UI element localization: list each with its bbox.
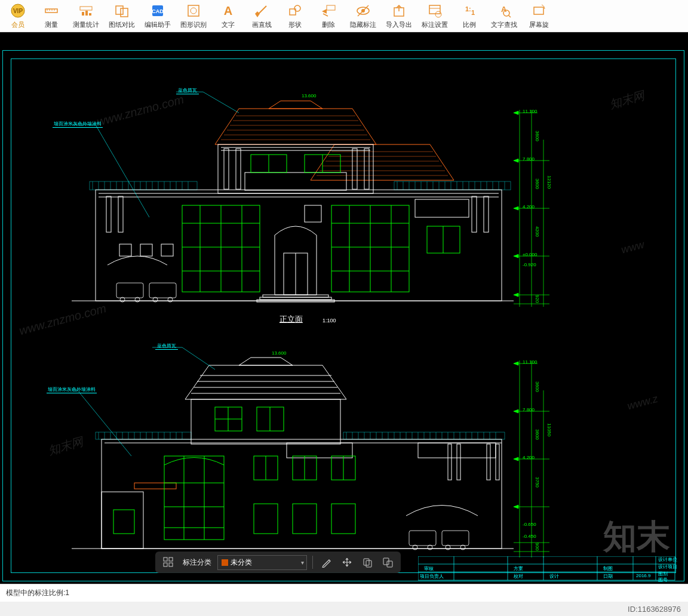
delete-button[interactable]: 删除 xyxy=(312,1,345,30)
edit-assist-button[interactable]: CAD 编辑助手 xyxy=(140,1,176,30)
svg-rect-107 xyxy=(119,244,131,256)
measure-stat-icon xyxy=(78,2,94,19)
svg-rect-98 xyxy=(484,196,489,232)
front-elevation-title: 正立面 xyxy=(280,314,303,325)
svg-rect-12 xyxy=(121,8,128,17)
svg-rect-234 xyxy=(113,510,134,534)
compare-icon xyxy=(113,2,130,19)
svg-rect-90 xyxy=(96,190,502,301)
main-toolbar: VIP 会员 测量 测量统计 图纸对比 CAD 编辑助手 图形识别 A xyxy=(0,0,688,32)
screen-rotate-icon xyxy=(530,2,547,19)
svg-text:VIP: VIP xyxy=(13,8,23,14)
edit-annotation-button[interactable] xyxy=(318,554,335,571)
import-export-button[interactable]: 导入导出 xyxy=(381,1,417,30)
tb-project: 设计项目 xyxy=(658,563,677,570)
category-select[interactable]: 未分类 xyxy=(217,555,307,570)
svg-rect-7 xyxy=(80,7,92,10)
tool-label: 比例 xyxy=(463,20,476,29)
svg-point-28 xyxy=(435,11,441,17)
dim: 12120 xyxy=(546,175,552,189)
shape-button[interactable]: 形状 xyxy=(278,1,312,30)
resource-id: ID:1163628976 xyxy=(628,605,681,614)
svg-marker-154 xyxy=(185,365,346,399)
separator xyxy=(312,556,313,569)
tb-draft: 制图 xyxy=(603,565,613,572)
scale-button[interactable]: 1:1 比例 xyxy=(453,1,486,30)
svg-rect-9 xyxy=(85,11,88,16)
text-button[interactable]: A 文字 xyxy=(211,1,245,30)
tb-design: 设计 xyxy=(549,573,559,580)
tool-label: 删除 xyxy=(322,20,335,29)
svg-line-243 xyxy=(78,390,131,456)
move-button[interactable] xyxy=(339,554,355,571)
svg-text:1:: 1: xyxy=(465,5,471,13)
svg-rect-160 xyxy=(96,432,191,439)
annotation-roof-rear: 蓝色筒瓦 xyxy=(155,343,178,350)
scale-status: 模型中的标注比例:1 xyxy=(6,589,69,597)
dim: -0.450 xyxy=(523,534,536,539)
svg-rect-104 xyxy=(415,199,469,217)
svg-rect-69 xyxy=(394,181,511,190)
hide-annot-button[interactable]: 隐藏标注 xyxy=(345,1,381,30)
annot-setting-button[interactable]: 标注设置 xyxy=(417,1,453,30)
copy-button[interactable] xyxy=(359,554,376,571)
svg-line-241 xyxy=(182,347,215,369)
front-elevation-drawing xyxy=(72,80,514,319)
shape-detect-icon xyxy=(185,2,202,19)
line-button[interactable]: 画直线 xyxy=(245,1,278,30)
grid-view-button[interactable] xyxy=(160,554,177,571)
svg-point-20 xyxy=(294,5,300,11)
measure-button[interactable]: 测量 xyxy=(35,1,68,30)
svg-rect-211 xyxy=(487,444,490,480)
svg-rect-204 xyxy=(102,439,502,549)
dim-top: 13.600 xyxy=(302,93,316,98)
svg-rect-264 xyxy=(169,558,173,561)
svg-rect-134 xyxy=(116,283,143,298)
measure-stat-button[interactable]: 测量统计 xyxy=(68,1,104,30)
annotation-wall-rear: 墙面涂米灰色外墙涂料 xyxy=(47,386,97,393)
svg-rect-110 xyxy=(305,205,321,222)
vip-button[interactable]: VIP 会员 xyxy=(1,1,35,30)
svg-line-140 xyxy=(203,92,239,113)
tb-unit: 设计单位 xyxy=(658,556,677,563)
svg-rect-219 xyxy=(164,456,224,540)
text-search-button[interactable]: A 文字查找 xyxy=(486,1,522,30)
svg-rect-232 xyxy=(293,504,317,534)
tool-label: 测量统计 xyxy=(73,20,99,29)
svg-rect-92 xyxy=(236,149,241,189)
dim: 7.800 xyxy=(523,156,535,162)
dim: 3600 xyxy=(535,381,540,392)
shape-icon xyxy=(287,2,303,19)
svg-point-16 xyxy=(191,8,196,14)
annotation-toolbar: 标注分类 未分类 xyxy=(155,552,401,573)
delete-icon xyxy=(320,2,337,19)
dim: 11.100 xyxy=(523,109,537,114)
paste-button[interactable] xyxy=(379,554,396,571)
svg-rect-11 xyxy=(116,6,123,14)
tb-plan: 方案 xyxy=(514,565,523,572)
screen-rotate-button[interactable]: 屏幕旋 xyxy=(522,1,555,30)
svg-rect-26 xyxy=(429,5,440,14)
cad-canvas[interactable]: www.znzmo.com www.znzmo.com 知末网 知末网 www … xyxy=(0,32,688,584)
svg-rect-212 xyxy=(496,444,499,480)
svg-rect-95 xyxy=(106,196,111,232)
tool-label: 画直线 xyxy=(252,20,272,29)
annotation-wall: 墙面涂米灰色外墙涂料 xyxy=(53,121,103,128)
svg-rect-209 xyxy=(448,444,452,480)
tool-label: 文字 xyxy=(222,20,235,29)
measure-icon xyxy=(43,2,60,19)
import-export-icon xyxy=(391,2,407,19)
svg-rect-203 xyxy=(191,399,340,444)
tb-date: 日期 xyxy=(603,573,613,580)
svg-rect-21 xyxy=(327,5,335,10)
svg-rect-34 xyxy=(534,7,543,14)
compare-button[interactable]: 图纸对比 xyxy=(104,1,140,30)
tool-label: 隐藏标注 xyxy=(350,20,376,29)
shape-detect-button[interactable]: 图形识别 xyxy=(176,1,211,30)
annotation-roof: 蓝色筒瓦 xyxy=(176,87,199,94)
dim: ±0.000 xyxy=(523,252,537,257)
svg-rect-266 xyxy=(169,563,173,566)
tool-label: 形状 xyxy=(288,20,302,29)
tool-label: 图纸对比 xyxy=(109,20,135,29)
dim: 900 xyxy=(535,543,540,550)
